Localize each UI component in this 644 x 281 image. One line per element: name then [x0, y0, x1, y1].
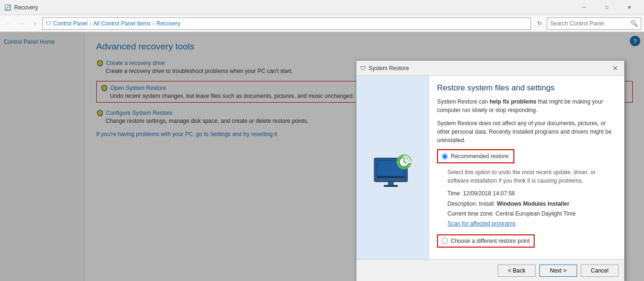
- dialog-footer: < Back Next > Cancel: [356, 259, 624, 281]
- choose-radio[interactable]: [442, 238, 448, 244]
- up-button[interactable]: ↑: [29, 18, 41, 29]
- dialog-icon: 🛡: [360, 65, 366, 72]
- recommended-restore-box: Recommended restore:: [437, 149, 514, 163]
- minimize-button[interactable]: ─: [573, 0, 595, 15]
- maximize-button[interactable]: □: [596, 0, 618, 15]
- address-bar: ← → ↑ 🛡 Control Panel › All Control Pane…: [0, 15, 644, 32]
- restore-time: Time: 12/09/2018 14:07:58: [447, 189, 617, 199]
- breadcrumb-control-panel[interactable]: Control Panel: [53, 20, 88, 27]
- restore-desc-bold: Windows Modules Installer: [497, 201, 570, 207]
- dialog-intro2: System Restore does not affect any of yo…: [437, 119, 617, 145]
- refresh-button[interactable]: ↻: [534, 18, 545, 29]
- restore-description: Description: Install: Windows Modules In…: [447, 199, 617, 209]
- dialog-close-button[interactable]: ✕: [610, 63, 620, 73]
- next-button[interactable]: Next >: [539, 265, 577, 277]
- search-box: 🔍: [547, 17, 641, 30]
- search-icon: 🔍: [630, 20, 638, 27]
- dialog-title-area: 🛡 System Restore: [360, 65, 409, 72]
- recommended-label: Recommended restore:: [451, 153, 510, 160]
- choose-section: Choose a different restore point: [437, 232, 617, 248]
- dialog-title-text: System Restore: [369, 65, 409, 72]
- dialog-titlebar: 🛡 System Restore ✕: [356, 61, 624, 76]
- dialog-body: Restore system files and settings System…: [356, 76, 624, 259]
- close-button[interactable]: ✕: [619, 0, 640, 15]
- back-button[interactable]: < Back: [498, 265, 536, 277]
- dialog-main-content: Restore system files and settings System…: [429, 76, 624, 259]
- dialog-heading: Restore system files and settings: [437, 83, 617, 93]
- back-button[interactable]: ←: [3, 18, 14, 29]
- title-left: 🔄 Recovery: [4, 4, 38, 11]
- scan-link[interactable]: Scan for affected programs: [447, 220, 617, 227]
- svg-rect-4: [377, 176, 405, 178]
- system-restore-dialog: 🛡 System Restore ✕: [356, 60, 625, 281]
- forward-button[interactable]: →: [16, 18, 27, 29]
- choose-restore-box: Choose a different restore point: [437, 234, 535, 248]
- restore-timezone: Current time zone: Central European Dayl…: [447, 209, 617, 219]
- recommended-radio[interactable]: [442, 153, 448, 160]
- recommended-section: Recommended restore: Select this option …: [437, 149, 617, 227]
- svg-rect-5: [388, 182, 394, 185]
- svg-rect-6: [384, 185, 398, 187]
- dialog-image-panel: [356, 76, 429, 259]
- breadcrumb-recovery[interactable]: Recovery: [157, 20, 181, 27]
- dialog-intro1: System Restore can help fix problems tha…: [437, 97, 617, 114]
- app-icon: 🔄: [4, 4, 11, 11]
- cancel-button[interactable]: Cancel: [581, 265, 619, 277]
- restore-illustration: [367, 144, 419, 191]
- breadcrumb: 🛡 Control Panel › All Control Panel Item…: [42, 17, 531, 30]
- restore-details: Time: 12/09/2018 14:07:58 Description: I…: [447, 189, 617, 219]
- recommended-desc: Select this option to undo the most rece…: [447, 168, 617, 185]
- title-bar: 🔄 Recovery ─ □ ✕: [0, 0, 644, 15]
- search-input[interactable]: [550, 20, 630, 27]
- main-area: Control Panel Home Advanced recovery too…: [0, 32, 644, 281]
- app-title: Recovery: [14, 4, 38, 11]
- shield-nav-icon: 🛡: [46, 20, 51, 27]
- breadcrumb-all-items[interactable]: All Control Panel Items: [93, 20, 151, 27]
- choose-label: Choose a different restore point: [451, 238, 530, 244]
- window-controls: ─ □ ✕: [573, 0, 640, 15]
